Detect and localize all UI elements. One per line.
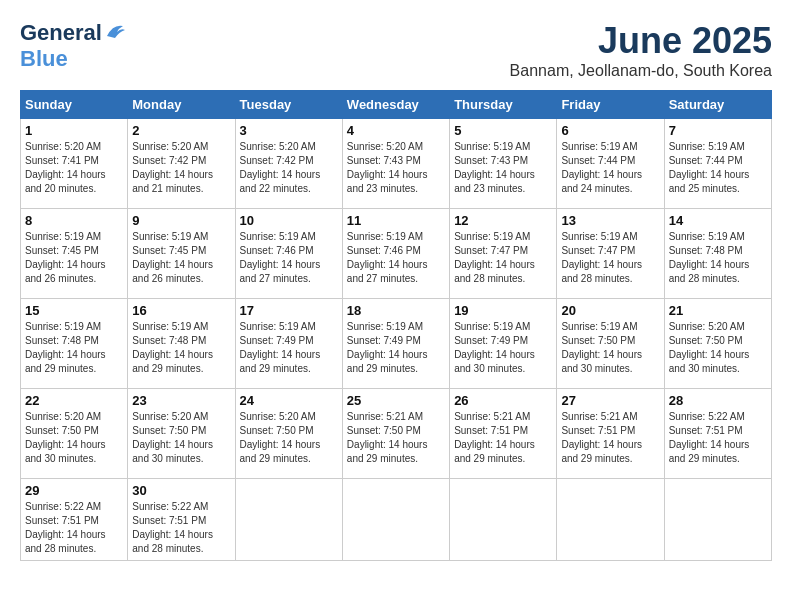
col-saturday: Saturday — [664, 91, 771, 119]
day-info: Sunrise: 5:19 AM Sunset: 7:46 PM Dayligh… — [240, 230, 338, 286]
day-info: Sunrise: 5:19 AM Sunset: 7:44 PM Dayligh… — [561, 140, 659, 196]
col-friday: Friday — [557, 91, 664, 119]
table-row: 19 Sunrise: 5:19 AM Sunset: 7:49 PM Dayl… — [450, 299, 557, 389]
table-row — [235, 479, 342, 561]
table-row: 25 Sunrise: 5:21 AM Sunset: 7:50 PM Dayl… — [342, 389, 449, 479]
day-info: Sunrise: 5:19 AM Sunset: 7:49 PM Dayligh… — [347, 320, 445, 376]
table-row: 22 Sunrise: 5:20 AM Sunset: 7:50 PM Dayl… — [21, 389, 128, 479]
day-number: 4 — [347, 123, 445, 138]
table-row: 26 Sunrise: 5:21 AM Sunset: 7:51 PM Dayl… — [450, 389, 557, 479]
col-wednesday: Wednesday — [342, 91, 449, 119]
day-info: Sunrise: 5:19 AM Sunset: 7:48 PM Dayligh… — [132, 320, 230, 376]
day-info: Sunrise: 5:19 AM Sunset: 7:48 PM Dayligh… — [669, 230, 767, 286]
day-info: Sunrise: 5:21 AM Sunset: 7:50 PM Dayligh… — [347, 410, 445, 466]
logo-bird-icon — [105, 22, 127, 44]
table-row: 20 Sunrise: 5:19 AM Sunset: 7:50 PM Dayl… — [557, 299, 664, 389]
title-block: June 2025 Bannam, Jeollanam-do, South Ko… — [510, 20, 772, 80]
calendar-header-row: Sunday Monday Tuesday Wednesday Thursday… — [21, 91, 772, 119]
day-info: Sunrise: 5:19 AM Sunset: 7:46 PM Dayligh… — [347, 230, 445, 286]
day-number: 14 — [669, 213, 767, 228]
day-number: 28 — [669, 393, 767, 408]
day-info: Sunrise: 5:19 AM Sunset: 7:50 PM Dayligh… — [561, 320, 659, 376]
day-number: 2 — [132, 123, 230, 138]
day-info: Sunrise: 5:20 AM Sunset: 7:50 PM Dayligh… — [25, 410, 123, 466]
table-row: 10 Sunrise: 5:19 AM Sunset: 7:46 PM Dayl… — [235, 209, 342, 299]
table-row: 16 Sunrise: 5:19 AM Sunset: 7:48 PM Dayl… — [128, 299, 235, 389]
logo-blue: Blue — [20, 46, 127, 72]
day-info: Sunrise: 5:19 AM Sunset: 7:45 PM Dayligh… — [25, 230, 123, 286]
calendar-row: 29 Sunrise: 5:22 AM Sunset: 7:51 PM Dayl… — [21, 479, 772, 561]
day-number: 27 — [561, 393, 659, 408]
table-row: 14 Sunrise: 5:19 AM Sunset: 7:48 PM Dayl… — [664, 209, 771, 299]
day-info: Sunrise: 5:20 AM Sunset: 7:50 PM Dayligh… — [669, 320, 767, 376]
table-row: 18 Sunrise: 5:19 AM Sunset: 7:49 PM Dayl… — [342, 299, 449, 389]
table-row: 11 Sunrise: 5:19 AM Sunset: 7:46 PM Dayl… — [342, 209, 449, 299]
table-row: 7 Sunrise: 5:19 AM Sunset: 7:44 PM Dayli… — [664, 119, 771, 209]
day-number: 26 — [454, 393, 552, 408]
table-row: 21 Sunrise: 5:20 AM Sunset: 7:50 PM Dayl… — [664, 299, 771, 389]
day-number: 8 — [25, 213, 123, 228]
day-number: 15 — [25, 303, 123, 318]
day-info: Sunrise: 5:19 AM Sunset: 7:45 PM Dayligh… — [132, 230, 230, 286]
day-info: Sunrise: 5:19 AM Sunset: 7:48 PM Dayligh… — [25, 320, 123, 376]
month-title: June 2025 — [510, 20, 772, 62]
day-number: 16 — [132, 303, 230, 318]
day-info: Sunrise: 5:20 AM Sunset: 7:42 PM Dayligh… — [240, 140, 338, 196]
day-number: 20 — [561, 303, 659, 318]
calendar-row: 8 Sunrise: 5:19 AM Sunset: 7:45 PM Dayli… — [21, 209, 772, 299]
day-info: Sunrise: 5:19 AM Sunset: 7:47 PM Dayligh… — [561, 230, 659, 286]
table-row: 13 Sunrise: 5:19 AM Sunset: 7:47 PM Dayl… — [557, 209, 664, 299]
day-number: 25 — [347, 393, 445, 408]
table-row — [664, 479, 771, 561]
calendar-row: 15 Sunrise: 5:19 AM Sunset: 7:48 PM Dayl… — [21, 299, 772, 389]
day-number: 5 — [454, 123, 552, 138]
table-row: 28 Sunrise: 5:22 AM Sunset: 7:51 PM Dayl… — [664, 389, 771, 479]
day-number: 24 — [240, 393, 338, 408]
table-row: 12 Sunrise: 5:19 AM Sunset: 7:47 PM Dayl… — [450, 209, 557, 299]
logo-general: General — [20, 20, 102, 46]
table-row: 9 Sunrise: 5:19 AM Sunset: 7:45 PM Dayli… — [128, 209, 235, 299]
col-tuesday: Tuesday — [235, 91, 342, 119]
day-number: 3 — [240, 123, 338, 138]
day-number: 10 — [240, 213, 338, 228]
day-info: Sunrise: 5:20 AM Sunset: 7:50 PM Dayligh… — [240, 410, 338, 466]
day-info: Sunrise: 5:22 AM Sunset: 7:51 PM Dayligh… — [132, 500, 230, 556]
table-row: 15 Sunrise: 5:19 AM Sunset: 7:48 PM Dayl… — [21, 299, 128, 389]
table-row: 8 Sunrise: 5:19 AM Sunset: 7:45 PM Dayli… — [21, 209, 128, 299]
table-row: 1 Sunrise: 5:20 AM Sunset: 7:41 PM Dayli… — [21, 119, 128, 209]
table-row: 29 Sunrise: 5:22 AM Sunset: 7:51 PM Dayl… — [21, 479, 128, 561]
table-row: 5 Sunrise: 5:19 AM Sunset: 7:43 PM Dayli… — [450, 119, 557, 209]
table-row: 23 Sunrise: 5:20 AM Sunset: 7:50 PM Dayl… — [128, 389, 235, 479]
table-row: 17 Sunrise: 5:19 AM Sunset: 7:49 PM Dayl… — [235, 299, 342, 389]
page-header: General Blue June 2025 Bannam, Jeollanam… — [20, 20, 772, 80]
table-row — [342, 479, 449, 561]
calendar-table: Sunday Monday Tuesday Wednesday Thursday… — [20, 90, 772, 561]
table-row: 24 Sunrise: 5:20 AM Sunset: 7:50 PM Dayl… — [235, 389, 342, 479]
table-row — [450, 479, 557, 561]
day-number: 21 — [669, 303, 767, 318]
day-number: 1 — [25, 123, 123, 138]
day-info: Sunrise: 5:19 AM Sunset: 7:47 PM Dayligh… — [454, 230, 552, 286]
day-info: Sunrise: 5:20 AM Sunset: 7:42 PM Dayligh… — [132, 140, 230, 196]
location-subtitle: Bannam, Jeollanam-do, South Korea — [510, 62, 772, 80]
table-row: 2 Sunrise: 5:20 AM Sunset: 7:42 PM Dayli… — [128, 119, 235, 209]
day-info: Sunrise: 5:22 AM Sunset: 7:51 PM Dayligh… — [25, 500, 123, 556]
table-row: 6 Sunrise: 5:19 AM Sunset: 7:44 PM Dayli… — [557, 119, 664, 209]
day-number: 9 — [132, 213, 230, 228]
day-number: 13 — [561, 213, 659, 228]
calendar-row: 22 Sunrise: 5:20 AM Sunset: 7:50 PM Dayl… — [21, 389, 772, 479]
day-info: Sunrise: 5:20 AM Sunset: 7:43 PM Dayligh… — [347, 140, 445, 196]
day-info: Sunrise: 5:19 AM Sunset: 7:49 PM Dayligh… — [240, 320, 338, 376]
table-row: 4 Sunrise: 5:20 AM Sunset: 7:43 PM Dayli… — [342, 119, 449, 209]
day-number: 12 — [454, 213, 552, 228]
day-number: 7 — [669, 123, 767, 138]
day-number: 17 — [240, 303, 338, 318]
day-info: Sunrise: 5:19 AM Sunset: 7:43 PM Dayligh… — [454, 140, 552, 196]
day-info: Sunrise: 5:21 AM Sunset: 7:51 PM Dayligh… — [454, 410, 552, 466]
calendar-row: 1 Sunrise: 5:20 AM Sunset: 7:41 PM Dayli… — [21, 119, 772, 209]
day-number: 6 — [561, 123, 659, 138]
day-number: 23 — [132, 393, 230, 408]
col-sunday: Sunday — [21, 91, 128, 119]
col-thursday: Thursday — [450, 91, 557, 119]
day-number: 22 — [25, 393, 123, 408]
